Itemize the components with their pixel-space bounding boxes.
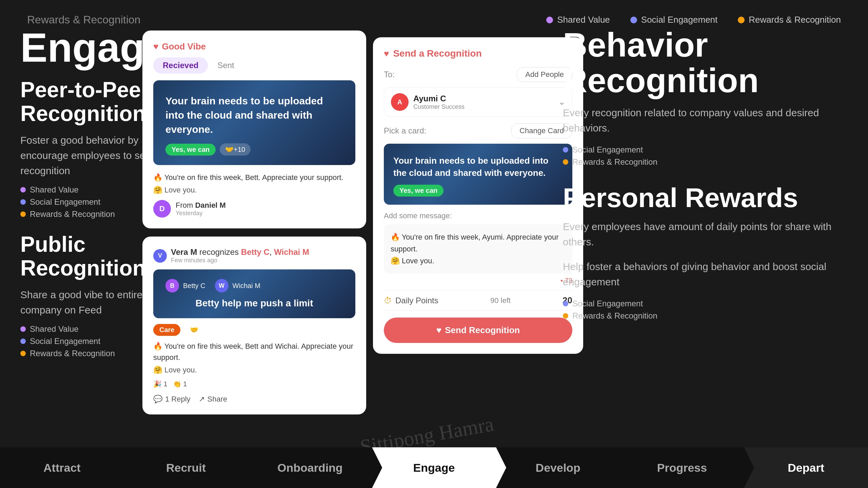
legend-rewards: Rewards & Recognition xyxy=(738,15,841,25)
card1-from-row: D From Daniel M Yesterday xyxy=(153,200,355,218)
peer-dot-1 xyxy=(20,199,26,205)
legend-social-engagement: Social Engagement xyxy=(630,15,717,25)
card2-author: Vera M recognizes Betty C, Wichai M xyxy=(171,247,309,257)
behavior-recognition-title: Behavior Recognition xyxy=(563,27,848,98)
rec-user-role: Customer Success xyxy=(413,103,465,110)
rec-message-box[interactable]: 🔥 You're on fire this week, Ayumi. Appre… xyxy=(384,224,572,274)
rec-pick-row: Pick a card: Change Card xyxy=(384,123,572,138)
shared-value-dot xyxy=(546,17,553,23)
rec-header: ♥ Send a Recognition xyxy=(384,48,572,59)
personal-tag-0: Social Engagement xyxy=(563,299,848,308)
nav-engage[interactable]: Engage xyxy=(372,447,496,488)
card2-image: B Betty C W Wichai M Betty help me push … xyxy=(153,269,355,318)
behavior-tag-label-1: Rewards & Recognition xyxy=(572,157,657,167)
card2-author-info: Vera M recognizes Betty C, Wichai M Few … xyxy=(171,247,309,264)
reply-icon: 💬 xyxy=(153,395,162,404)
rec-msg-line2: 🤗 Love you. xyxy=(391,255,566,267)
behavior-tag-list: Social Engagement Rewards & Recognition xyxy=(563,145,848,167)
share-label: Share xyxy=(208,395,228,404)
card2-love: 🤗 Love you. xyxy=(153,366,355,374)
reply-label: 1 Reply xyxy=(165,395,191,404)
behavior-dot-0 xyxy=(563,147,568,152)
public-tag-label-1: Social Engagement xyxy=(30,337,100,346)
personal-tag-label-1: Rewards & Recognition xyxy=(572,311,657,321)
rec-user-name: Ayumi C xyxy=(413,94,465,103)
clock-icon: ⏱ xyxy=(384,296,392,305)
card1-card-text: Your brain needs to be uploaded into the… xyxy=(165,94,343,137)
send-recognition-card: ♥ Send a Recognition To: Add People A Ay… xyxy=(373,37,583,354)
recognition-panel: ♥ Send a Recognition To: Add People A Ay… xyxy=(373,37,583,354)
personal-dot-1 xyxy=(563,313,568,319)
rec-to-label: To: xyxy=(384,70,395,79)
nav-engage-label: Engage xyxy=(413,461,455,474)
nav-recruit[interactable]: Recruit xyxy=(124,447,248,488)
public-dot-1 xyxy=(20,339,26,344)
nav-depart-label: Depart xyxy=(788,461,824,474)
rec-msg-line1: 🔥 You're on fire this week, Ayumi. Appre… xyxy=(391,231,566,255)
public-dot-2 xyxy=(20,351,26,356)
peer-tag-label-1: Social Engagement xyxy=(30,197,100,207)
card2-betty-name: Betty C xyxy=(183,279,205,292)
rec-pick-label: Pick a card: xyxy=(384,126,426,136)
personal-rewards-desc2: Help foster a behaviors of giving behavi… xyxy=(563,259,848,289)
card2-badges: Care 🤝+10 xyxy=(153,324,355,336)
rewards-dot xyxy=(738,17,745,23)
nav-onboarding[interactable]: Onboarding xyxy=(248,447,372,488)
nav-develop[interactable]: Develop xyxy=(496,447,620,488)
rec-card-preview: Your brain needs to be uploaded into the… xyxy=(384,144,572,205)
personal-tag-1: Rewards & Recognition xyxy=(563,311,848,321)
tab-received[interactable]: Recieved xyxy=(153,57,208,74)
nav-progress-label: Progress xyxy=(657,461,707,474)
send-heart-icon: ♥ xyxy=(436,325,441,336)
social-engagement-label: Social Engagement xyxy=(641,15,717,25)
nav-develop-label: Develop xyxy=(536,461,580,474)
nav-attract[interactable]: Attract xyxy=(0,447,124,488)
rec-header-title: Send a Recognition xyxy=(393,48,481,59)
behavior-dot-1 xyxy=(563,159,568,165)
shared-value-label: Shared Value xyxy=(557,15,610,25)
rewards-label: Rewards & Recognition xyxy=(749,15,841,25)
yes-we-can-badge: Yes, we can xyxy=(165,144,216,156)
rec-points-label: ⏱ Daily Points xyxy=(384,296,438,305)
right-panel: Behavior Recognition Every recognition r… xyxy=(563,27,848,338)
rec-preview-text: Your brain needs to be uploaded into the… xyxy=(393,155,563,179)
points-badge-1: 🤝+10 xyxy=(220,143,251,156)
peer-dot-2 xyxy=(20,211,26,217)
rec-user-details: Ayumi C Customer Success xyxy=(413,94,465,110)
peer-tag-label-2: Rewards & Recognition xyxy=(30,209,115,219)
card1-badges: Yes, we can 🤝+10 xyxy=(165,143,343,156)
card2-wichai-name: Wichai M xyxy=(233,279,260,292)
daily-points-label: Daily Points xyxy=(395,296,438,305)
tab-sent[interactable]: Sent xyxy=(208,57,243,74)
send-recognition-button[interactable]: ♥ Send Recognition xyxy=(384,318,572,343)
card2-vera-avatar: V xyxy=(153,249,167,263)
share-button[interactable]: ↗ Share xyxy=(199,395,228,404)
reply-button[interactable]: 💬 1 Reply xyxy=(153,395,191,404)
card1-title: Good Vibe xyxy=(162,41,206,52)
card2-actions[interactable]: 💬 1 Reply ↗ Share xyxy=(153,392,355,404)
card2-group-text: Betty help me push a limit xyxy=(165,298,343,309)
personal-tag-list: Social Engagement Rewards & Recognition xyxy=(563,299,848,321)
nav-depart[interactable]: Depart xyxy=(744,447,868,488)
rec-to-row: To: Add People xyxy=(384,67,572,82)
card1-from-time: Yesterday xyxy=(176,210,226,217)
public-tag-label-2: Rewards & Recognition xyxy=(30,349,115,358)
card1-avatar: D xyxy=(153,200,171,218)
rec-heart-icon: ♥ xyxy=(384,48,389,59)
page-title: Rewards & Recognition xyxy=(27,14,140,26)
card2-wichai-avatar: W xyxy=(215,279,229,292)
personal-dot-0 xyxy=(563,301,568,306)
peer-dot-0 xyxy=(20,187,26,192)
card1-image: Your brain needs to be uploaded into the… xyxy=(153,80,355,165)
card2-message: 🔥 You're on fire this week, Bett and Wic… xyxy=(153,341,355,363)
nav-attract-label: Attract xyxy=(43,461,81,474)
reaction-2: 👏 1 xyxy=(173,380,187,388)
card2-betty-avatar: B xyxy=(165,279,179,292)
behavior-tag-label-0: Social Engagement xyxy=(572,145,643,155)
char-count: • 73 xyxy=(384,277,572,285)
share-icon: ↗ xyxy=(199,395,205,404)
reaction-1: 🎉 1 xyxy=(153,380,167,388)
bottom-nav: Attract Recruit Onboarding Engage Develo… xyxy=(0,447,868,488)
nav-progress[interactable]: Progress xyxy=(620,447,744,488)
card1-tabs[interactable]: Recieved Sent xyxy=(153,57,355,74)
